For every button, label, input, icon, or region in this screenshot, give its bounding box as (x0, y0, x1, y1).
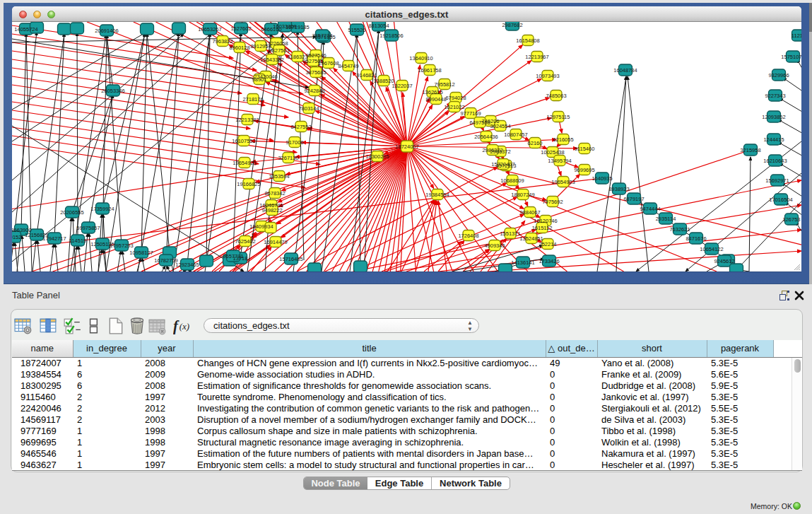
svg-text:12923465: 12923465 (175, 262, 199, 268)
svg-text:16048784: 16048784 (613, 67, 637, 74)
svg-text:12213967: 12213967 (525, 54, 548, 60)
svg-text:12975115: 12975115 (547, 114, 570, 120)
svg-text:8938923: 8938923 (608, 186, 629, 192)
svg-text:9474444: 9474444 (640, 206, 660, 212)
svg-text:13495794: 13495794 (548, 158, 571, 164)
svg-text:19166825: 19166825 (237, 181, 260, 187)
svg-text:18300295: 18300295 (365, 153, 389, 160)
svg-text:10688609: 10688609 (500, 177, 524, 184)
svg-text:15720407: 15720407 (491, 161, 514, 168)
svg-text:917006: 917006 (286, 139, 303, 146)
svg-text:6879197: 6879197 (623, 196, 644, 202)
svg-text:13640910: 13640910 (409, 55, 433, 62)
svg-text:9699695: 9699695 (574, 167, 594, 173)
svg-text:8471676: 8471676 (686, 235, 706, 242)
svg-text:7357224: 7357224 (312, 33, 332, 39)
svg-text:98901: 98901 (252, 76, 267, 83)
svg-text:16914479: 16914479 (264, 239, 287, 245)
svg-text:7963822: 7963822 (212, 38, 233, 45)
svg-text:(x): (x) (180, 321, 189, 332)
svg-text:18724007: 18724007 (395, 144, 418, 150)
svg-text:9827503: 9827503 (269, 47, 289, 54)
svg-text:3024554: 3024554 (490, 123, 510, 129)
svg-text:1527602: 1527602 (230, 25, 251, 32)
svg-text:515526: 515526 (348, 27, 365, 33)
svg-text:252214: 252214 (539, 241, 556, 247)
svg-text:16543382: 16543382 (260, 57, 283, 63)
svg-text:9245612: 9245612 (714, 258, 734, 264)
svg-text:9498222: 9498222 (261, 207, 282, 214)
svg-text:16120746: 16120746 (534, 218, 557, 224)
svg-text:1621022: 1621022 (444, 104, 464, 110)
svg-text:1733426: 1733426 (539, 258, 559, 264)
svg-text:1615112: 1615112 (532, 225, 553, 231)
svg-text:7625402: 7625402 (235, 238, 255, 245)
svg-text:59975857: 59975857 (76, 225, 100, 231)
svg-text:9242848: 9242848 (304, 88, 324, 94)
svg-text:6794028: 6794028 (445, 95, 466, 101)
svg-text:2718176: 2718176 (242, 96, 263, 103)
svg-text:8427552: 8427552 (290, 124, 311, 130)
svg-text:16210643: 16210643 (763, 158, 787, 164)
svg-text:19384554: 19384554 (425, 192, 449, 198)
svg-text:19654923: 19654923 (551, 179, 575, 185)
svg-text:8813054: 8813054 (368, 23, 389, 29)
svg-text:12093852: 12093852 (762, 114, 785, 120)
svg-text:15716485: 15716485 (279, 256, 302, 262)
svg-text:12213382: 12213382 (235, 117, 259, 123)
svg-text:2987682: 2987682 (502, 22, 522, 28)
svg-text:16961758: 16961758 (418, 67, 441, 74)
svg-text:8990448: 8990448 (425, 96, 446, 103)
svg-text:9777169: 9777169 (460, 110, 481, 117)
svg-text:1244415: 1244415 (763, 136, 784, 143)
svg-text:13226058: 13226058 (264, 40, 288, 47)
svg-text:126753: 126753 (782, 216, 800, 223)
svg-text:14055724: 14055724 (14, 26, 37, 33)
svg-text:3215958: 3215958 (740, 147, 760, 153)
svg-text:8678342: 8678342 (264, 190, 285, 197)
svg-text:7975692: 7975692 (542, 199, 563, 205)
svg-text:3875685: 3875685 (305, 69, 326, 76)
svg-text:39152: 39152 (12, 234, 21, 240)
svg-text:20564436: 20564436 (474, 134, 498, 140)
svg-text:16154808: 16154808 (516, 37, 539, 44)
svg-text:3267130: 3267130 (278, 155, 298, 161)
svg-text:8454749: 8454749 (338, 63, 358, 69)
svg-text:9884067: 9884067 (519, 209, 540, 216)
svg-text:62160: 62160 (528, 140, 543, 146)
svg-text:1388520: 1388520 (373, 78, 394, 84)
svg-text:16782759: 16782759 (154, 257, 177, 264)
svg-text:10973493: 10973493 (536, 73, 559, 79)
svg-text:9227343: 9227343 (765, 93, 785, 99)
svg-text:4909345: 4909345 (484, 243, 505, 249)
svg-text:17359924: 17359924 (90, 206, 114, 212)
svg-text:6497568: 6497568 (469, 119, 490, 126)
svg-text:17016504: 17016504 (769, 197, 792, 203)
svg-text:19218506: 19218506 (379, 33, 403, 39)
svg-text:2967608: 2967608 (318, 60, 339, 66)
svg-text:1726408: 1726408 (458, 233, 478, 239)
svg-text:9657791: 9657791 (223, 253, 243, 259)
svg-text:15692971: 15692971 (765, 177, 789, 184)
svg-text:26053346: 26053346 (101, 88, 124, 94)
svg-text:17957293: 17957293 (110, 243, 133, 249)
svg-text:17942717: 17942717 (42, 235, 66, 242)
svg-text:7632621: 7632621 (669, 226, 690, 233)
svg-text:1551371: 1551371 (500, 230, 520, 237)
svg-text:1640935: 1640935 (592, 175, 612, 182)
svg-text:6216055: 6216055 (553, 136, 573, 143)
svg-text:1362615: 1362615 (422, 89, 442, 95)
svg-text:18807249: 18807249 (511, 192, 534, 198)
svg-text:10653267: 10653267 (198, 26, 221, 33)
svg-text:2986372: 2986372 (482, 147, 502, 153)
svg-text:8960128: 8960128 (229, 45, 249, 51)
svg-text:f: f (173, 318, 180, 334)
svg-text:9329966: 9329966 (768, 72, 789, 78)
svg-text:16409934: 16409934 (249, 223, 273, 230)
svg-text:7955812: 7955812 (434, 81, 454, 88)
svg-text:20206555: 20206555 (60, 209, 83, 216)
svg-text:20691406: 20691406 (95, 28, 118, 34)
svg-text:10807457: 10807457 (504, 132, 527, 138)
svg-text:1353594: 1353594 (269, 173, 289, 180)
svg-text:9115460: 9115460 (575, 146, 595, 152)
